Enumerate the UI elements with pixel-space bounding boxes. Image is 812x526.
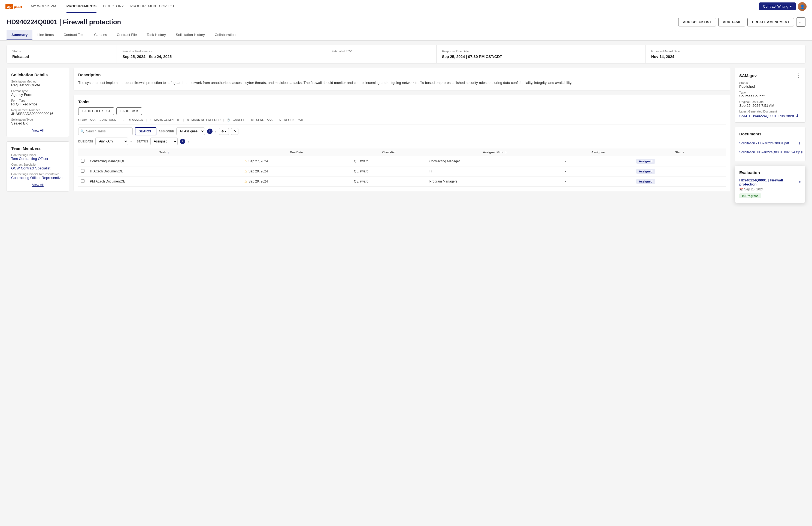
description-text: The system must implement robust firewal… [78,80,726,86]
task-search-button[interactable]: SEARCH [135,127,156,135]
row2-status: Assigned [634,166,726,176]
status-item-tcv: Estimated TCV - [326,45,436,63]
reassign-label[interactable]: REASSIGN [128,118,143,121]
description-card: Description The system must implement ro… [74,68,730,90]
award-value: Nov 14, 2024 [651,55,800,59]
status-plus-icon[interactable]: + [180,138,185,144]
tabs: Summary Line Items Contract Text Clauses… [6,30,806,40]
sam-download-icon[interactable]: ⬇ [796,114,799,118]
doc-1-name: Solicitation - HD940224Q0001.pdf [739,141,789,145]
doc-1-download-icon[interactable]: ⬇ [798,141,801,145]
row3-task: PM Attach DocumentQE [87,176,242,187]
claim-task-label[interactable]: CLAIM TASK [98,118,116,121]
evaluation-date: Sep 25, 2024 [744,187,764,191]
doc-2-download-icon[interactable]: ⬇ [800,150,803,155]
tab-task-history[interactable]: Task History [142,30,171,40]
co-label: Contracting Officer [11,154,64,157]
tasks-title: Tasks [78,99,726,104]
status-item-response-due: Response Due Date Sep 25, 2024 | 07:30 P… [436,45,646,63]
co-name[interactable]: Tom Contracting Officer [11,157,48,161]
status-badge: Assigned [636,159,655,164]
sam-post-date-label: Original Post Date [739,100,801,103]
send-task-label[interactable]: SEND TASK [256,118,273,121]
task-filter-row: DUE DATE Any - Any ▾ STATUS Assigned + ▾ [78,137,726,145]
left-column: Solicitation Details Solicitation Method… [6,68,69,203]
send-icon: ✉ [251,118,253,121]
tab-contract-file[interactable]: Contract File [112,30,142,40]
create-amendment-button[interactable]: CREATE AMENDMENT [748,18,794,26]
tcv-label: Estimated TCV [332,49,431,53]
table-row: Contracting ManagerQE ⚠Sep 27, 2024 QE a… [78,156,726,166]
row2-checklist: QE award [351,166,427,176]
row3-assignee: - [563,176,634,187]
row1-task: Contracting ManagerQE [87,156,242,166]
due-date-filter-label: DUE DATE [78,140,93,143]
nav-procurement-copilot[interactable]: PROCUREMENT COPILOT [130,0,174,13]
more-actions-button[interactable]: ··· [796,17,806,27]
mark-complete-label[interactable]: MARK COMPLETE [154,118,180,121]
warning-icon: ⚠ [244,179,247,183]
response-due-label: Response Due Date [442,49,640,53]
assignee-plus-icon[interactable]: + [207,129,213,134]
method-value: Request for Quote [11,83,64,87]
task-search-input[interactable] [78,128,133,135]
form-value: RFQ Fixed Price [11,102,64,106]
status-label: Status [12,49,111,53]
clock-icon: 🕐 [227,118,230,121]
task-table-checkbox-header [78,148,87,156]
sam-gov-card: SAM.gov ⋮ Status Published Type Sources … [735,68,806,122]
logo[interactable]: ap pian [5,4,22,9]
status-item-period: Period of Performance Sep 25, 2024 - Sep… [117,45,326,63]
sam-gov-menu-icon[interactable]: ⋮ [796,72,801,78]
table-row: IT Attach DocumentQE ⚠Sep 29, 2024 QE aw… [78,166,726,176]
warning-icon: ⚠ [244,170,247,173]
row3-due-date: ⚠Sep 29, 2024 [242,176,351,187]
row3-checkbox-input[interactable] [81,179,85,183]
tab-collaboration[interactable]: Collaboration [210,30,241,40]
regenerate-label[interactable]: REGENERATE [284,118,304,121]
tab-solicitation-history[interactable]: Solicitation History [171,30,210,40]
task-table-task-header[interactable]: Task ↑ [87,148,242,156]
tab-contract-text[interactable]: Contract Text [59,30,89,40]
status-filter-label: STATUS [136,140,148,143]
mark-not-needed-label[interactable]: MARK NOT NEEDED [191,118,221,121]
add-task-button[interactable]: ADD TASK [718,18,745,26]
claim-task-action[interactable]: CLAIM TASK [78,118,96,121]
team-view-all-link[interactable]: View All [11,183,64,187]
documents-card: Documents Solicitation - HD940224Q0001.p… [735,127,806,161]
task-table: Task ↑ Due Date Checklist Assigned Group… [78,148,726,187]
filter-icon-btn[interactable]: ⚙ ▾ [219,128,229,135]
nav-my-workspace[interactable]: MY WORKSPACE [31,0,60,13]
row1-due-date: ⚠Sep 27, 2024 [242,156,351,166]
task-search-row: 🔍 SEARCH ASSIGNEE All Assignee + ▾ ⚙ ▾ ↻ [78,127,726,135]
tab-line-items[interactable]: Line Items [32,30,59,40]
sol-view-all-link[interactable]: View All [11,129,64,132]
status-badge: Assigned [636,179,655,184]
status-bar: Status Released Period of Performance Se… [6,45,806,63]
period-label: Period of Performance [122,49,320,53]
tab-summary[interactable]: Summary [6,30,32,40]
contract-writing-btn[interactable]: Contract Writing ▾ [759,2,796,10]
tasks-add-task-button[interactable]: + ADD TASK [116,107,142,115]
calendar-icon: 📅 [739,188,743,191]
due-date-select[interactable]: Any - Any [96,137,128,145]
cancel-label[interactable]: CANCEL [233,118,245,121]
doc-item-1: Solicitation - HD940224Q0001.pdf ⬇ [739,139,801,148]
row2-checkbox-input[interactable] [81,169,85,173]
cor-name[interactable]: Contracting Officer Representive [11,176,62,180]
req-value: JHASF8ADS90000000016 [11,112,64,116]
status-filter-select[interactable]: Assigned [150,137,178,145]
cs-name[interactable]: GCW Contract Specialist [11,166,50,170]
row1-checkbox-input[interactable] [81,159,85,163]
refresh-icon-btn[interactable]: ↻ [231,128,238,135]
external-link-icon: ↗ [798,180,801,184]
avatar[interactable]: 👤 [798,2,807,11]
tab-clauses[interactable]: Clauses [89,30,112,40]
add-checklist-button[interactable]: ADD CHECKLIST [678,18,716,26]
tasks-add-checklist-button[interactable]: + ADD CHECKLIST [78,107,114,115]
nav-directory[interactable]: DIRECTORY [103,0,124,13]
evaluation-link[interactable]: HD940224Q0001 | Firewall protection [739,178,796,186]
assignee-filter-select[interactable]: All Assignee [176,128,205,135]
sam-gov-title: SAM.gov [739,73,757,78]
nav-procurements[interactable]: PROCUREMENTS [67,0,97,13]
